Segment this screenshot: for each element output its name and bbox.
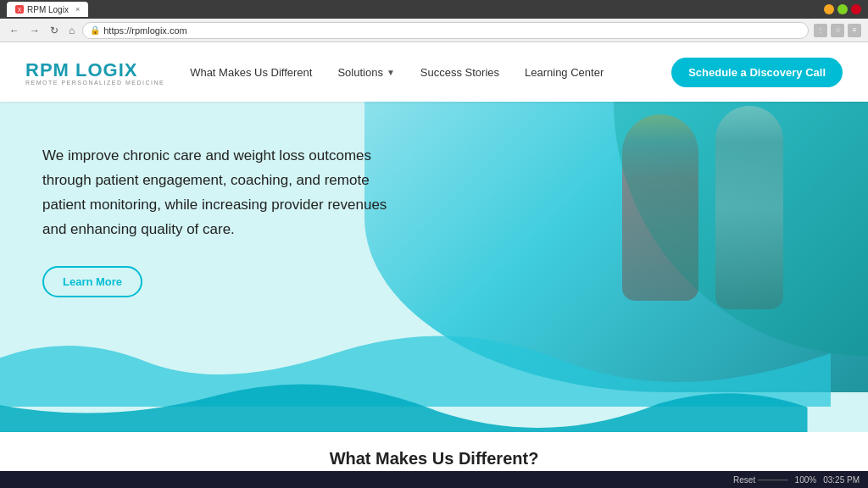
nav-what-makes-us-different[interactable]: What Makes Us Different xyxy=(190,66,312,79)
tab-close-icon[interactable]: × xyxy=(75,5,80,14)
minimize-button[interactable] xyxy=(824,4,834,14)
hero-content: We improve chronic care and weight loss … xyxy=(0,102,441,323)
learn-more-button[interactable]: Learn More xyxy=(42,266,142,297)
reload-button[interactable]: ↻ xyxy=(47,23,61,38)
what-makes-us-different-title: What Makes Us Different? xyxy=(17,449,851,469)
logo-subtitle: REMOTE PERSONALIZED MEDICINE xyxy=(25,80,164,86)
home-button[interactable]: ⌂ xyxy=(66,23,77,38)
clock: 03:25 PM xyxy=(823,475,860,485)
browser-chrome: X RPM Logix × xyxy=(0,0,868,19)
zoom-level: 100% xyxy=(795,475,817,485)
logo[interactable]: RPM LOGIX REMOTE PERSONALIZED MEDICINE xyxy=(25,59,164,86)
back-button[interactable]: ← xyxy=(7,23,22,38)
nav-solutions[interactable]: Solutions ▼ xyxy=(337,66,394,79)
logo-logix: LOGIX xyxy=(70,59,138,80)
below-fold-section: What Makes Us Different? ☰ 💲 ◎ xyxy=(0,432,868,471)
tab-title: RPM Logix xyxy=(27,5,69,14)
forward-button[interactable]: → xyxy=(27,23,42,38)
menu-icon[interactable]: ≡ xyxy=(848,24,861,37)
window-controls xyxy=(824,4,861,14)
schedule-discovery-call-button[interactable]: Schedule a Discovery Call xyxy=(671,58,843,87)
nav-success-stories[interactable]: Success Stories xyxy=(420,66,499,79)
browser-tab[interactable]: X RPM Logix × xyxy=(7,2,88,17)
url-text: https://rpmlogix.com xyxy=(103,25,186,36)
solutions-dropdown-arrow: ▼ xyxy=(387,68,395,77)
extensions-icon[interactable]: ⋮ xyxy=(814,24,827,37)
lock-icon: 🔒 xyxy=(90,25,100,35)
reset-status: Reset ───── xyxy=(733,475,788,485)
navbar: RPM LOGIX REMOTE PERSONALIZED MEDICINE W… xyxy=(0,42,868,102)
settings-icon[interactable]: ☆ xyxy=(831,24,844,37)
status-bar: Reset ───── 100% 03:25 PM xyxy=(0,471,868,488)
address-bar-row: ← → ↻ ⌂ 🔒 https://rpmlogix.com ⋮ ☆ ≡ xyxy=(0,19,868,42)
hero-headline: We improve chronic care and weight loss … xyxy=(42,144,398,242)
logo-text: RPM LOGIX xyxy=(25,59,164,81)
logo-rpm: RPM xyxy=(25,59,70,80)
toolbar-icons: ⋮ ☆ ≡ xyxy=(814,24,861,37)
close-button[interactable] xyxy=(851,4,861,14)
maximize-button[interactable] xyxy=(837,4,848,14)
teal-wave-svg-2 xyxy=(0,381,808,432)
address-bar[interactable]: 🔒 https://rpmlogix.com xyxy=(82,22,809,39)
hero-section: We improve chronic care and weight loss … xyxy=(0,102,868,432)
tab-favicon: X xyxy=(15,5,24,14)
nav-learning-center[interactable]: Learning Center xyxy=(525,66,604,79)
nav-links: What Makes Us Different Solutions ▼ Succ… xyxy=(190,66,671,79)
website-content: RPM LOGIX REMOTE PERSONALIZED MEDICINE W… xyxy=(0,42,868,471)
